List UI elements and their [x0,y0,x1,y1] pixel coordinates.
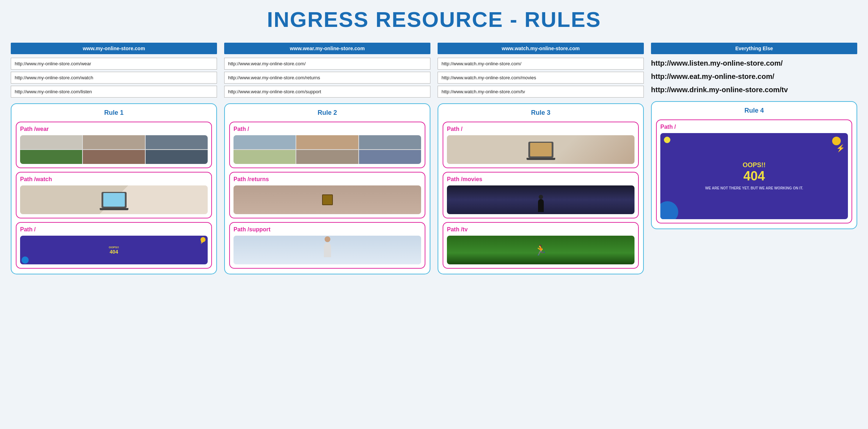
url-item: http://www.my-online-store.com/watch [11,72,217,84]
path-card-everything: Path / ⚡ OOPS!! 404 WE ARE NOT THERE YET… [656,119,852,223]
path-label: Path /wear [20,126,208,132]
laptop-screen [103,193,125,207]
mosaic-cell [20,135,82,149]
mosaic-cell [359,150,421,164]
path-card-support: Path /support [229,222,425,269]
path-label: Path / [660,124,848,130]
box-icon [322,194,333,205]
host-badge-1: www.my-online-store.com [11,43,217,54]
path-card-tv: Path /tv 🏃 [443,222,639,269]
rule-card-3: Rule 3 Path / Path /movies [438,103,644,274]
mosaic-cell [146,135,208,149]
moon-icon [664,137,670,143]
url-list-3: http://www.watch.my-online-store.com/ ht… [438,58,644,98]
host-badge-3: www.watch.my-online-store.com [438,43,644,54]
column-2: www.wear.my-online-store.com http://www.… [224,43,430,274]
column-4: Everything Else http://www.listen.my-onl… [651,43,857,274]
rule-card-2: Rule 2 Path / Path /returns [224,103,430,274]
path-card-wear-home: Path / [229,122,425,168]
path-label: Path /returns [233,176,421,183]
path-card-listen: Path / OOPS!! 404 ⚡ [16,222,212,269]
url-item: http://www.my-online-store.com/listen [11,86,217,98]
url-item: http://www.wear.my-online-store.com/supp… [224,86,430,98]
mosaic-cell [296,135,358,149]
circle-decoration [22,256,29,264]
path-image-movies [447,185,635,214]
url-list-4: http://www.listen.my-online-store.com/ h… [651,58,857,95]
path-card-wear: Path /wear [16,122,212,168]
path-label: Path / [447,126,635,132]
circle-decoration [660,201,678,219]
host-badge-2: www.wear.my-online-store.com [224,43,430,54]
path-image-wear-small [233,135,421,164]
path-image-wear [20,135,208,164]
url-item: http://www.listen.my-online-store.com/ [651,58,857,69]
tv-image: 🏃 [447,236,635,264]
404-text: 404 [110,249,118,255]
rule-title-4: Rule 4 [656,107,852,114]
404-image: OOPS!! 404 ⚡ [20,236,208,264]
url-item: http://www.watch.my-online-store.com/ [438,58,644,70]
watch-image [20,185,208,214]
zigzag-icon: ⚡ [836,144,845,152]
url-list-1: http://www.my-online-store.com/wear http… [11,58,217,98]
path-card-watch-home: Path / [443,122,639,168]
page-title: INGRESS RESOURCE - RULES [11,7,857,32]
laptop-icon [102,192,127,208]
path-label: Path / [20,226,208,233]
path-label: Path /support [233,226,421,233]
watch-main-image [447,135,635,164]
url-list-2: http://www.wear.my-online-store.com/ htt… [224,58,430,98]
oops-text: OOPS!! [109,246,119,249]
column-1: www.my-online-store.com http://www.my-on… [11,43,217,274]
url-item: http://www.watch.my-online-store.com/mov… [438,72,644,84]
path-label: Path /tv [447,226,635,233]
support-image [233,236,421,264]
url-item: http://www.drink.my-online-store.com/tv [651,84,857,95]
path-card-movies: Path /movies [443,172,639,218]
path-image-404: OOPS!! 404 ⚡ [20,236,208,264]
url-item: http://www.wear.my-online-store.com/ [224,58,430,70]
wear-mosaic-small [233,135,421,164]
404-text: 404 [743,169,765,183]
path-label: Path /movies [447,176,635,183]
oops-text: OOPS!! [742,161,765,169]
url-item: http://www.wear.my-online-store.com/retu… [224,72,430,84]
url-item: http://www.eat.my-online-store.com/ [651,71,857,82]
sub-text: WE ARE NOT THERE YET. BUT WE ARE WORKING… [705,186,803,191]
mosaic-cell [233,150,296,164]
wear-mosaic [20,135,208,164]
404-large-image: ⚡ OOPS!! 404 WE ARE NOT THERE YET. BUT W… [660,133,848,219]
movies-image [447,185,635,214]
path-image-tv: 🏃 [447,236,635,264]
column-3: www.watch.my-online-store.com http://www… [438,43,644,274]
columns-container: www.my-online-store.com http://www.my-on… [11,43,857,274]
path-card-returns: Path /returns [229,172,425,218]
rule-title-2: Rule 2 [229,109,425,117]
rule-title-1: Rule 1 [16,109,212,117]
path-image-returns [233,185,421,214]
mosaic-cell [233,135,296,149]
returns-image [233,185,421,214]
figure-icon [538,199,544,212]
rule-card-4: Rule 4 Path / ⚡ OOPS!! 404 WE ARE NOT TH… [651,101,857,229]
rule-title-3: Rule 3 [443,109,639,117]
mosaic-cell [20,150,82,164]
person-head [325,236,330,242]
mosaic-cell [296,150,358,164]
figure-head [539,195,543,199]
path-card-watch: Path /watch [16,172,212,218]
path-image-support [233,236,421,264]
mosaic-cell [83,135,145,149]
path-image-watch-main [447,135,635,164]
url-item: http://www.watch.my-online-store.com/tv [438,86,644,98]
path-label: Path / [233,126,421,132]
url-item: http://www.my-online-store.com/wear [11,58,217,70]
zigzag-icon: ⚡ [200,240,204,244]
mosaic-cell [146,150,208,164]
laptop-screen [530,143,552,156]
laptop-icon [528,142,553,158]
mosaic-cell [359,135,421,149]
path-label: Path /watch [20,176,208,183]
mosaic-cell [83,150,145,164]
